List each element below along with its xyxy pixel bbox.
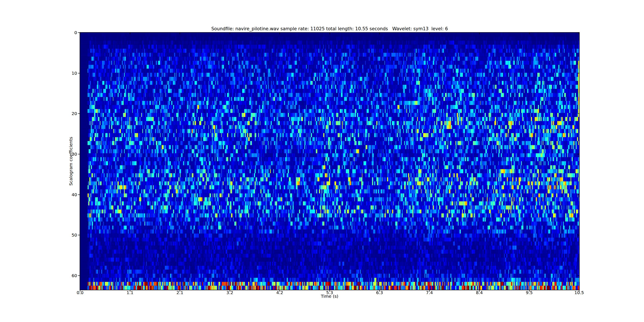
x-tick-mark (379, 33, 380, 34)
x-tick-mark (280, 33, 280, 34)
y-tick-mark (578, 113, 579, 114)
x-axis-label: Time (s) (80, 294, 580, 299)
y-tick-label: 10 (60, 71, 77, 76)
y-tick-mark (578, 73, 579, 74)
plot-area (80, 32, 580, 290)
y-tick-label: 50 (60, 232, 77, 238)
scalogram-heatmap (80, 33, 579, 290)
figure: Soundfile: navire_pilotine.wav sample ra… (0, 0, 644, 322)
x-tick-mark (330, 33, 330, 34)
y-tick-label: 40 (60, 192, 77, 197)
y-tick-mark (78, 235, 80, 235)
y-tick-mark (578, 32, 579, 33)
chart-title: Soundfile: navire_pilotine.wav sample ra… (80, 26, 580, 31)
x-tick-mark (529, 33, 530, 34)
x-tick-mark (180, 33, 180, 34)
x-tick-mark (130, 33, 130, 34)
y-tick-mark (578, 276, 579, 276)
y-tick-mark (578, 235, 579, 235)
y-tick-mark (78, 113, 80, 114)
y-tick-label: 60 (60, 273, 77, 278)
y-tick-label: 20 (60, 111, 77, 116)
y-tick-label: 0 (60, 30, 77, 35)
y-tick-mark (78, 73, 80, 74)
y-tick-mark (78, 32, 80, 33)
y-tick-mark (578, 194, 579, 195)
y-axis-label: Scalogram coefficients (68, 137, 74, 186)
x-tick-mark (429, 33, 430, 34)
y-tick-mark (78, 194, 80, 195)
y-tick-mark (578, 154, 579, 154)
y-tick-mark (78, 154, 80, 154)
x-tick-mark (230, 33, 230, 34)
x-tick-mark (479, 33, 480, 34)
x-tick-mark (80, 33, 80, 34)
x-tick-mark (579, 33, 580, 34)
y-tick-mark (78, 276, 80, 276)
